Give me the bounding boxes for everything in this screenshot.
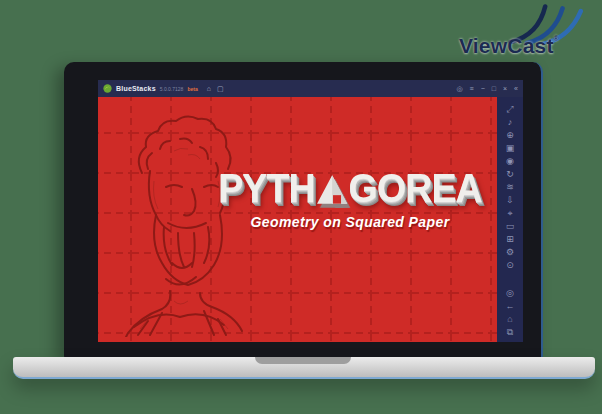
laptop-base — [13, 357, 595, 379]
media-manager-icon[interactable]: ▭ — [506, 222, 515, 231]
viewcast-brand-text: ViewCast® — [459, 34, 559, 58]
app-title: BlueStacks — [116, 85, 156, 92]
multi-instance-icon[interactable]: ⊞ — [506, 235, 514, 244]
notifications-icon[interactable]: ◎ — [506, 289, 514, 298]
bluestacks-sidebar: ⤢♪⊕▣◉↻≋⇩⌖▭⊞⚙⊙ ◎←⌂⧉ — [497, 97, 523, 342]
screenshot-icon[interactable]: ▣ — [506, 144, 515, 153]
recent-apps-icon[interactable]: ⧉ — [507, 328, 513, 337]
title-part-left: PYTH — [218, 171, 315, 205]
game-title: PYTH GOREA — [224, 171, 476, 205]
home-nav-icon[interactable]: ⌂ — [507, 315, 512, 324]
install-apk-icon[interactable]: ⇩ — [506, 196, 514, 205]
title-part-right: GOREA — [349, 171, 482, 205]
menu-icon[interactable]: ≡ — [470, 85, 474, 92]
titlebar-left-icons: ⌂▢ — [207, 85, 224, 92]
bluestacks-window: BlueStacks 5.0.0.7128 beta ⌂▢ ◎≡−□×« — [98, 80, 523, 342]
bluestacks-logo-icon — [103, 84, 112, 93]
fullscreen-icon[interactable]: ⤢ — [506, 105, 513, 114]
laptop-screen: BlueStacks 5.0.0.7128 beta ⌂▢ ◎≡−□×« — [64, 62, 543, 358]
volume-icon[interactable]: ♪ — [508, 118, 513, 127]
sidebar-nav-icons: ◎←⌂⧉ — [506, 289, 515, 337]
pythagorea-game-screen[interactable]: PYTH GOREA Geometry on Squared Paper — [98, 97, 497, 342]
beta-badge: beta — [187, 86, 197, 92]
home-icon[interactable]: ⌂ — [207, 85, 211, 92]
more-options-icon[interactable]: ⊙ — [506, 261, 514, 270]
page-background: ViewCast® BlueStacks 5.0.0.7128 beta ⌂▢ … — [0, 0, 602, 414]
registered-mark: ® — [554, 35, 559, 42]
back-icon[interactable]: ← — [506, 302, 515, 311]
maximize-icon[interactable]: □ — [492, 85, 496, 92]
bluestacks-titlebar: BlueStacks 5.0.0.7128 beta ⌂▢ ◎≡−□×« — [98, 80, 523, 97]
rotate-icon[interactable]: ↻ — [506, 170, 514, 179]
collapse-sidebar-icon[interactable]: « — [514, 85, 518, 92]
game-subtitle: Geometry on Squared Paper — [216, 214, 484, 230]
laptop-base-notch — [255, 357, 351, 364]
game-title-block: PYTH GOREA Geometry on Squared Paper — [216, 171, 484, 230]
bluestacks-content: PYTH GOREA Geometry on Squared Paper — [98, 97, 523, 342]
triangle-letter-a-icon — [316, 174, 348, 205]
viewcast-logo: ViewCast® — [429, 2, 597, 60]
version-label: 5.0.0.7128 — [160, 86, 184, 92]
gamepad-controls-icon[interactable]: ⊕ — [506, 131, 514, 140]
close-icon[interactable]: × — [503, 85, 507, 92]
shake-icon[interactable]: ≋ — [506, 183, 514, 192]
keymapping-icon[interactable]: ▢ — [217, 85, 224, 92]
aim-assist-icon[interactable]: ⌖ — [507, 209, 512, 218]
titlebar-window-controls: ◎≡−□×« — [456, 85, 518, 92]
info-icon[interactable]: ◎ — [456, 85, 462, 92]
screen-recorder-icon[interactable]: ◉ — [506, 157, 514, 166]
minimize-icon[interactable]: − — [481, 85, 485, 92]
settings-icon[interactable]: ⚙ — [506, 248, 514, 257]
